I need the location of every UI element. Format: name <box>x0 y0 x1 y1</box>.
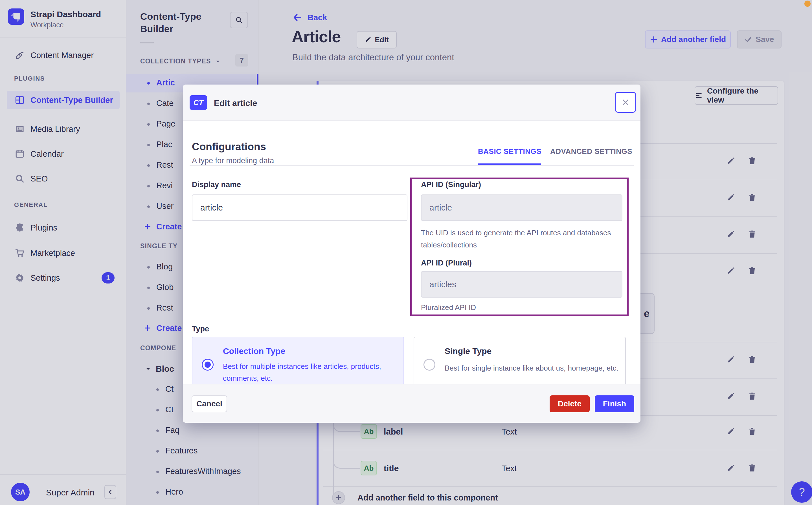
radio-selected-icon[interactable] <box>202 359 214 371</box>
modal-heading: Configurations <box>192 141 266 153</box>
active-tab-underline <box>478 163 541 165</box>
tab-advanced-settings[interactable]: ADVANCED SETTINGS <box>550 147 632 156</box>
collection-type-card[interactable]: Collection Type Best for multiple instan… <box>192 337 404 391</box>
modal-title: Edit article <box>214 98 257 108</box>
recording-indicator-dot <box>804 1 811 7</box>
finish-button[interactable]: Finish <box>595 395 634 412</box>
edit-article-modal: CT Edit article Configurations A type fo… <box>183 85 641 423</box>
radio-unselected-icon[interactable] <box>424 359 435 371</box>
delete-button[interactable]: Delete <box>550 395 590 412</box>
display-name-field-wrap <box>192 194 408 221</box>
api-id-plural-help: Pluralized API ID <box>421 302 476 314</box>
api-id-singular-label: API ID (Singular) <box>421 180 481 189</box>
api-id-plural-label: API ID (Plural) <box>421 259 472 268</box>
content-type-badge: CT <box>190 95 207 110</box>
screen: Strapi Dashboard Workplace Content Manag… <box>0 0 812 505</box>
single-type-desc: Best for single instance like about us, … <box>445 362 618 374</box>
close-icon <box>621 98 629 106</box>
tabs-divider <box>190 165 634 166</box>
collection-type-desc: Best for multiple instances like article… <box>223 360 381 384</box>
desc-line-1: Best for multiple instances like article… <box>223 362 381 371</box>
api-id-plural-input[interactable] <box>421 271 622 298</box>
modal-footer: Cancel Delete Finish <box>183 384 641 423</box>
single-type-title: Single Type <box>445 346 491 356</box>
help-line-1: The UID is used to generate the API rout… <box>421 228 611 237</box>
api-id-plural-field-wrap <box>421 271 622 298</box>
type-label: Type <box>192 325 209 333</box>
close-button[interactable] <box>615 92 636 113</box>
display-name-label: Display name <box>192 180 241 189</box>
cancel-button[interactable]: Cancel <box>192 395 227 412</box>
single-type-card[interactable]: Single Type Best for single instance lik… <box>414 337 626 391</box>
modal-header: CT Edit article <box>183 85 641 121</box>
collection-type-title: Collection Type <box>223 346 285 356</box>
modal-subheading: A type for modeling data <box>192 156 274 165</box>
api-id-singular-field-wrap <box>421 194 622 221</box>
display-name-input[interactable] <box>192 194 408 221</box>
tab-basic-settings[interactable]: BASIC SETTINGS <box>478 147 542 156</box>
help-line-2: tables/collections <box>421 241 477 249</box>
desc-line-2: comments, etc. <box>223 374 272 382</box>
api-id-singular-input[interactable] <box>421 194 622 221</box>
api-id-singular-help: The UID is used to generate the API rout… <box>421 227 611 251</box>
